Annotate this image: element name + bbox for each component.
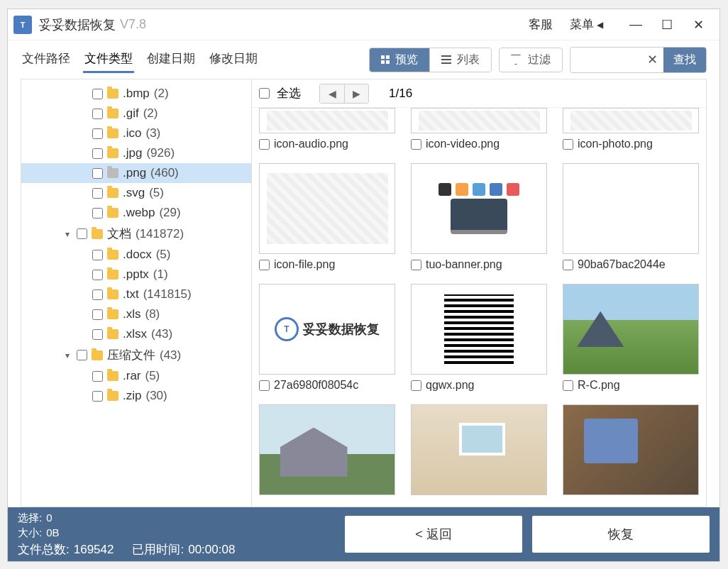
tab-group: 文件路径 文件类型 创建日期 修改日期 [21,46,259,73]
back-button[interactable]: < 返回 [345,516,522,553]
thumbnail-item[interactable] [259,404,395,495]
tree-item-gif[interactable]: .gif (2) [21,104,251,123]
selected-label: 选择: [18,510,42,525]
tab-file-type[interactable]: 文件类型 [83,46,134,73]
tree-checkbox[interactable] [92,168,103,179]
thumbnail-checkbox[interactable] [563,139,573,150]
tab-created-date[interactable]: 创建日期 [145,46,197,73]
thumbnail-item[interactable]: T妥妥数据恢复27a6980f08054c [259,284,395,392]
pager-buttons: ◀ ▶ [319,84,369,104]
thumbnail-item[interactable]: tuo-banner.png [411,163,547,271]
tree-label: .ico [123,126,141,140]
recover-button[interactable]: 恢复 [532,516,710,553]
support-link[interactable]: 客服 [529,16,553,33]
thumbnail-item[interactable]: icon-photo.png [563,108,699,150]
select-all-checkbox[interactable] [259,88,270,99]
search-input[interactable] [570,50,641,70]
thumbnail-checkbox[interactable] [259,139,270,150]
file-type-tree[interactable]: .bmp (2) .gif (2) .ico (3) .jpg (926) .p… [21,79,252,507]
tree-item-zip[interactable]: .zip (30) [21,386,251,406]
thumbnail-checkbox[interactable] [563,260,573,270]
list-label: 列表 [457,53,480,67]
tree-count: (141872) [136,227,184,241]
prev-page-button[interactable]: ◀ [320,84,344,103]
thumbnail-item[interactable]: icon-video.png [411,108,547,150]
thumbnail-panel: 全选 ◀ ▶ 1/16 icon-audio.pngicon-video.png… [252,79,706,507]
view-mode-group: 预览 列表 [369,48,492,72]
menu-button[interactable]: 菜单 ◀ [570,16,603,33]
thumbnail-filename: R-C.png [578,379,620,392]
thumbnail-checkbox[interactable] [259,260,270,270]
tree-label: .jpg [123,146,142,160]
tree-item-ico[interactable]: .ico (3) [21,123,251,143]
tree-checkbox[interactable] [92,208,103,219]
tree-item-rar[interactable]: .rar (5) [21,366,251,386]
folder-icon [107,329,118,339]
tree-checkbox[interactable] [92,270,103,280]
preview-view-button[interactable]: 预览 [370,48,429,72]
thumbnail-item[interactable]: qgwx.png [411,284,547,392]
tree-checkbox[interactable] [92,128,103,139]
tree-item-png[interactable]: .png (460) [21,163,251,183]
thumbnail-checkbox[interactable] [259,380,270,391]
next-page-button[interactable]: ▶ [344,84,368,103]
tree-branch-docs[interactable]: ▾ 文档 (141872) [21,223,251,245]
funnel-icon [511,55,521,65]
filter-button[interactable]: 过滤 [499,48,563,72]
content-area: .bmp (2) .gif (2) .ico (3) .jpg (926) .p… [21,79,707,507]
tree-checkbox[interactable] [77,350,87,360]
tree-item-xlsx[interactable]: .xlsx (43) [21,324,251,344]
thumbnail-checkbox[interactable] [411,139,421,150]
tree-count: (1) [153,267,168,282]
thumbnail-filename: icon-file.png [274,258,335,271]
tab-modified-date[interactable]: 修改日期 [208,46,259,73]
maximize-button[interactable]: ☐ [651,9,683,40]
tree-count: (2) [143,106,158,121]
tree-checkbox[interactable] [92,89,103,99]
tree-checkbox[interactable] [92,109,103,119]
thumbnail-item[interactable] [411,404,547,495]
thumbnail-preview [563,163,699,254]
tree-label: .png [123,166,146,180]
tree-checkbox[interactable] [92,371,103,382]
folder-icon [107,168,118,178]
tree-item-pptx[interactable]: .pptx (1) [21,265,251,284]
tree-checkbox[interactable] [92,329,103,340]
time-value: 00:00:08 [188,541,235,558]
tree-item-jpg[interactable]: .jpg (926) [21,143,251,163]
thumbnail-item[interactable]: 90ba67bac2044e [563,163,699,271]
tree-item-docx[interactable]: .docx (5) [21,245,251,265]
tree-checkbox[interactable] [92,391,103,402]
tree-item-txt[interactable]: .txt (141815) [21,284,251,304]
thumbnail-preview [563,284,699,375]
thumbnail-checkbox[interactable] [563,380,573,391]
thumbnail-grid[interactable]: icon-audio.pngicon-video.pngicon-photo.p… [252,108,706,507]
tree-item-svg[interactable]: .svg (5) [21,183,251,203]
list-view-button[interactable]: 列表 [429,48,491,72]
tab-file-path[interactable]: 文件路径 [21,46,72,73]
tree-item-bmp[interactable]: .bmp (2) [21,84,251,104]
thumbnail-item[interactable]: icon-file.png [259,163,395,271]
tree-item-xls[interactable]: .xls (8) [21,304,251,324]
thumbnail-item[interactable]: icon-audio.png [259,108,395,150]
tree-checkbox[interactable] [77,228,87,239]
search-button[interactable]: 查找 [663,48,706,72]
tree-checkbox[interactable] [92,250,103,260]
thumbnail-item[interactable] [563,404,699,495]
thumbnail-filename: qgwx.png [426,379,475,392]
tree-branch-zip[interactable]: ▾ 压缩文件 (43) [21,344,251,366]
close-button[interactable]: ✕ [683,9,714,40]
tree-checkbox[interactable] [92,289,103,300]
thumbnail-checkbox[interactable] [411,380,421,391]
thumbnail-item[interactable]: R-C.png [563,284,699,392]
minimize-button[interactable]: — [620,9,651,40]
thumbnail-checkbox[interactable] [411,260,421,270]
tree-checkbox[interactable] [92,188,103,199]
folder-icon [107,289,118,299]
tree-checkbox[interactable] [92,148,103,159]
tree-checkbox[interactable] [92,309,103,320]
folder-icon [107,391,118,401]
tree-item-webp[interactable]: .webp (29) [21,203,251,223]
size-label: 大小: [18,525,42,540]
search-clear-button[interactable]: ✕ [641,52,663,67]
